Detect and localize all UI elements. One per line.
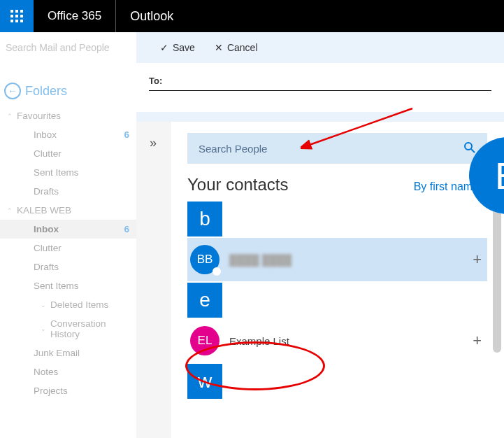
folder-group-kaleb[interactable]: ⌃ KALEB WEB	[0, 201, 136, 220]
folder-item-inbox[interactable]: Inbox 6	[0, 220, 136, 239]
to-label: To:	[149, 76, 162, 86]
svg-rect-8	[20, 20, 23, 22]
folder-item-notes[interactable]: Notes	[0, 362, 136, 381]
avatar: EL	[190, 326, 219, 355]
svg-rect-7	[15, 20, 18, 22]
scrollbar[interactable]	[493, 206, 501, 353]
cancel-button[interactable]: ✕ Cancel	[215, 42, 258, 53]
svg-rect-5	[20, 15, 23, 17]
to-field[interactable]: To:	[149, 76, 491, 91]
folder-item-drafts[interactable]: Drafts	[0, 257, 136, 276]
search-people-placeholder: Search People	[199, 143, 267, 155]
folder-item-clutter[interactable]: Clutter	[0, 239, 136, 257]
letter-tile-w[interactable]: w	[187, 364, 222, 399]
app-launcher-button[interactable]	[0, 0, 34, 32]
app-name-label: Outlook	[116, 0, 187, 32]
svg-point-9	[465, 143, 472, 150]
chevron-up-icon: ⌃	[7, 113, 13, 120]
save-button[interactable]: ✓ Save	[160, 42, 195, 53]
top-bar: Office 365 Outlook	[0, 0, 504, 32]
chevron-down-icon: ⌄	[41, 325, 46, 332]
chevron-up-icon: ⌃	[7, 207, 13, 214]
folder-tree: ⌃ Favourites Inbox 6 Clutter Sent Items …	[0, 106, 136, 400]
svg-line-10	[471, 149, 475, 153]
contact-row[interactable]: EL Example List +	[187, 319, 487, 362]
folder-item-inbox[interactable]: Inbox 6	[0, 125, 136, 144]
folder-item-drafts[interactable]: Drafts	[0, 182, 136, 201]
folders-title: Folders	[25, 84, 67, 99]
contact-name: ████ ████	[229, 254, 463, 266]
add-contact-button[interactable]: +	[473, 250, 482, 269]
folder-item-sent[interactable]: Sent Items	[0, 276, 136, 295]
letter-tile-e[interactable]: e	[187, 283, 222, 318]
search-input[interactable]: Search Mail and People	[0, 32, 136, 63]
letter-tile-b[interactable]: b	[187, 202, 222, 236]
add-contact-button[interactable]: +	[473, 332, 482, 350]
expand-gutter[interactable]: »	[136, 122, 171, 438]
folder-item-sent[interactable]: Sent Items	[0, 163, 136, 182]
search-icon	[463, 141, 476, 156]
svg-rect-2	[20, 10, 23, 13]
contacts-title: Your contacts	[187, 175, 289, 195]
main-content: ✓ Save ✕ Cancel To: » Search People	[136, 32, 504, 438]
check-icon: ✓	[160, 42, 168, 53]
search-placeholder: Search Mail and People	[6, 42, 110, 53]
chevron-down-icon: ⌄	[41, 302, 46, 309]
search-people-input[interactable]: Search People	[187, 133, 487, 164]
folder-item-junk[interactable]: Junk Email	[0, 344, 136, 362]
action-bar: ✓ Save ✕ Cancel	[136, 32, 504, 63]
folder-item-clutter[interactable]: Clutter	[0, 144, 136, 163]
back-icon[interactable]: ←	[4, 83, 21, 99]
folders-header[interactable]: ← Folders	[0, 63, 136, 106]
expand-icon: »	[150, 136, 157, 150]
waffle-icon	[10, 10, 23, 22]
svg-rect-0	[10, 10, 13, 13]
avatar: BB	[190, 245, 219, 274]
contact-row[interactable]: BB ████ ████ +	[187, 238, 487, 281]
left-sidebar: Search Mail and People ← Folders ⌃ Favou…	[0, 32, 136, 438]
svg-rect-6	[10, 20, 13, 22]
folder-item-deleted[interactable]: ⌄ Deleted Items	[20, 295, 136, 314]
svg-rect-3	[10, 15, 13, 17]
status-indicator	[213, 267, 221, 276]
compose-area: To:	[136, 63, 504, 112]
svg-rect-4	[15, 15, 18, 17]
people-picker-panel: » Search People Your contacts By first n…	[136, 122, 504, 438]
contact-name: Example List	[229, 335, 463, 347]
svg-rect-1	[15, 10, 18, 13]
brand-label[interactable]: Office 365	[34, 0, 116, 32]
folder-item-projects[interactable]: Projects	[0, 381, 136, 400]
close-icon: ✕	[215, 42, 223, 53]
folder-group-favourites[interactable]: ⌃ Favourites	[0, 106, 136, 125]
folder-item-conversation-history[interactable]: ⌄ Conversation History	[20, 314, 136, 344]
